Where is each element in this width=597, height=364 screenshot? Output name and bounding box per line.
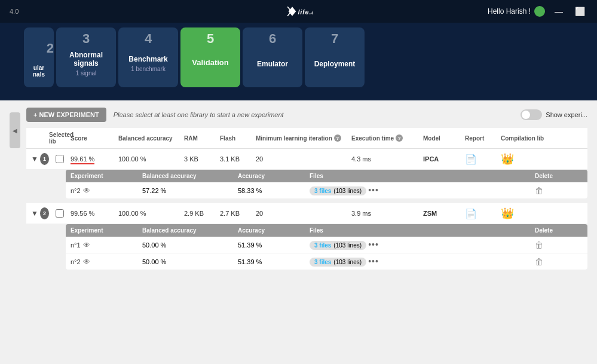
sub-col-delete-2: Delete [535, 227, 583, 234]
eye-icon-1-1[interactable]: 👁 [83, 186, 90, 195]
sub-table-row-2-2: n°2 👁 50.00 % 51.39 % 3 files (103 lines… [66, 253, 587, 270]
exp-delete-1-1: 🗑 [535, 186, 583, 195]
col-selected-lib: Selected lib [49, 131, 71, 145]
files-count-2-2: 3 files [314, 259, 331, 265]
files-lines-2-2: (103 lines) [333, 259, 362, 265]
delete-icon-2-1[interactable]: 🗑 [535, 240, 543, 250]
result-row-1: ▼ 1 99.61 % 100.00 % 3 KB 3.1 KB 20 4.3 … [26, 149, 587, 170]
col-exec-time-label: Execution time [351, 135, 394, 142]
exp-accuracy-2-2: 51.39 % [238, 258, 310, 265]
more-options-2-1[interactable]: ••• [368, 240, 379, 249]
score-1: 99.61 % [71, 155, 118, 163]
tab-3[interactable]: 3 Abnormalsignals 1 signal [56, 27, 116, 87]
compilation-crown-icon-2[interactable]: 👑 [501, 207, 514, 219]
files-count-2-1: 3 files [314, 242, 331, 249]
expand-row-2: ▼ 2 [31, 207, 49, 219]
maximize-button[interactable]: ⬜ [572, 7, 587, 16]
sidebar-collapse: ◀ [10, 108, 22, 363]
exp-files-2-2: 3 files (103 lines) ••• [310, 256, 535, 267]
report-doc-icon-1[interactable]: 📄 [465, 154, 477, 164]
sub-col-files: Files [310, 173, 535, 179]
files-lines-2-1: (103 lines) [333, 242, 362, 249]
result-row-2: ▼ 2 99.56 % 100.00 % 2.9 KB 2.7 KB 20 3.… [26, 203, 587, 224]
expand-chevron-2[interactable]: ▼ [31, 209, 38, 218]
tab-label-4: Benchmark [128, 55, 167, 63]
tab-num-4: 4 [145, 31, 152, 47]
files-badge-1-1: 3 files (103 lines) [310, 186, 366, 195]
eye-icon-2-2[interactable]: 👁 [83, 258, 90, 266]
min-learning-2: 20 [256, 210, 351, 217]
collapse-button[interactable]: ◀ [10, 112, 20, 148]
sub-table-row-1-1: n°2 👁 57.22 % 58.33 % 3 files (103 lines… [66, 182, 587, 198]
delete-icon-2-2[interactable]: 🗑 [535, 257, 543, 267]
select-checkbox-1[interactable] [56, 155, 64, 163]
app-logo: life.augmented [284, 5, 313, 18]
svg-text:life.augmented: life.augmented [298, 8, 313, 16]
col-flash: Flash [220, 135, 256, 142]
select-checkbox-2[interactable] [56, 209, 64, 218]
delete-icon-1-1[interactable]: 🗑 [535, 186, 543, 195]
report-doc-icon-2[interactable]: 📄 [465, 209, 477, 219]
sub-col-experiment: Experiment [71, 173, 142, 179]
min-learning-1: 20 [256, 155, 351, 163]
files-count-1-1: 3 files [314, 188, 331, 194]
show-experiments-switch[interactable] [521, 109, 542, 120]
flash-2: 2.7 KB [220, 210, 256, 217]
tab-num-7: 7 [331, 31, 338, 47]
tab-4[interactable]: 4 Benchmark 1 benchmark [118, 27, 178, 87]
exp-balanced-acc-1-1: 57.22 % [142, 187, 238, 194]
more-options-2-2[interactable]: ••• [368, 256, 379, 266]
st-logo-container: life.augmented [284, 5, 313, 18]
exp-accuracy-1-1: 58.33 % [238, 187, 310, 194]
exp-label-2-1: n°1 👁 [71, 241, 142, 249]
tab-label-5: Validation [192, 58, 228, 67]
tab-7[interactable]: 7 Deployment [305, 27, 365, 87]
exp-balanced-acc-2-1: 50.00 % [142, 241, 238, 249]
sub-table-header-1: Experiment Balanced accuracy Accuracy Fi… [66, 170, 587, 182]
result-section-2: ▼ 2 99.56 % 100.00 % 2.9 KB 2.7 KB 20 3.… [26, 203, 587, 270]
sub-col-accuracy: Accuracy [238, 173, 310, 179]
col-ram: RAM [184, 135, 220, 142]
app-version: 4.0 [10, 8, 19, 15]
col-exec-time: Execution time ? [351, 134, 423, 142]
exp-label-2-2: n°2 👁 [71, 258, 142, 266]
sub-col-accuracy-2: Accuracy [238, 227, 310, 234]
tabs-bar: 2 ularnals 3 Abnormalsignals 1 signal 4 … [0, 23, 597, 100]
compilation-crown-icon-1[interactable]: 👑 [501, 153, 514, 165]
sub-col-delete: Delete [535, 173, 583, 179]
expand-row-1: ▼ 1 [31, 153, 49, 165]
new-experiment-button[interactable]: + NEW EXPERIMENT [26, 108, 106, 122]
score-value-1: 99.61 % [71, 155, 94, 164]
tab-label-6: Emulator [257, 60, 288, 68]
eye-icon-2-1[interactable]: 👁 [83, 241, 90, 249]
col-compilation-lib-label: Compilation lib [501, 135, 544, 142]
model-1: IPCA [423, 155, 465, 163]
expand-chevron-1[interactable]: ▼ [31, 155, 38, 163]
user-greeting: Hello Harish ! [488, 6, 545, 17]
sub-table-1: Experiment Balanced accuracy Accuracy Fi… [66, 170, 587, 198]
exp-files-1-1: 3 files (103 lines) ••• [310, 185, 535, 195]
minimize-button[interactable]: — [552, 7, 565, 16]
exp-delete-2-1: 🗑 [535, 240, 583, 250]
checkbox-cell-2 [49, 209, 71, 218]
user-avatar [534, 6, 545, 17]
col-min-learning-label: Minimum learning iteration [256, 135, 332, 142]
files-lines-1-1: (103 lines) [333, 188, 362, 194]
exec-time-1: 4.3 ms [351, 155, 423, 163]
compilation-2: 👑 [501, 207, 561, 220]
min-learning-info-icon[interactable]: ? [334, 134, 341, 142]
checkbox-cell-1 [49, 155, 71, 163]
tab-label-2: ularnals [33, 65, 45, 78]
files-badge-2-1: 3 files (103 lines) [310, 241, 366, 250]
tab-5[interactable]: 5 Validation [180, 27, 240, 87]
sub-col-files-2: Files [310, 227, 535, 234]
compilation-1: 👑 [501, 152, 561, 166]
tab-partial-2[interactable]: 2 ularnals [24, 27, 54, 87]
exec-time-info-icon[interactable]: ? [396, 134, 403, 142]
col-balanced-accuracy: Balanced accuracy [118, 135, 184, 142]
col-model-label: Model [423, 135, 440, 142]
model-2: ZSM [423, 210, 465, 217]
header-right: Hello Harish ! — ⬜ [488, 6, 587, 17]
more-options-1-1[interactable]: ••• [368, 185, 379, 195]
tab-6[interactable]: 6 Emulator [243, 27, 302, 87]
